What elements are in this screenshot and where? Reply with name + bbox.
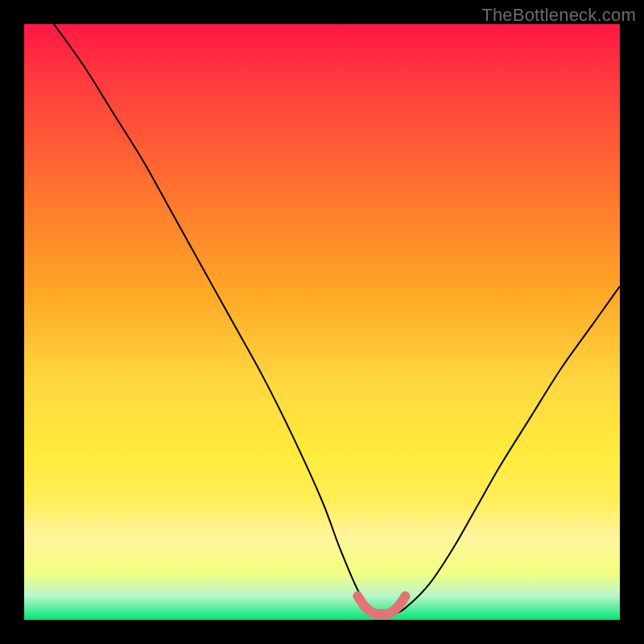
curve-svg (24, 24, 620, 620)
plot-area (24, 24, 620, 620)
bottleneck-curve-path (54, 24, 620, 615)
watermark-text: TheBottleneck.com (481, 5, 636, 26)
optimal-zone-path (357, 596, 405, 613)
chart-container: TheBottleneck.com (0, 0, 644, 644)
